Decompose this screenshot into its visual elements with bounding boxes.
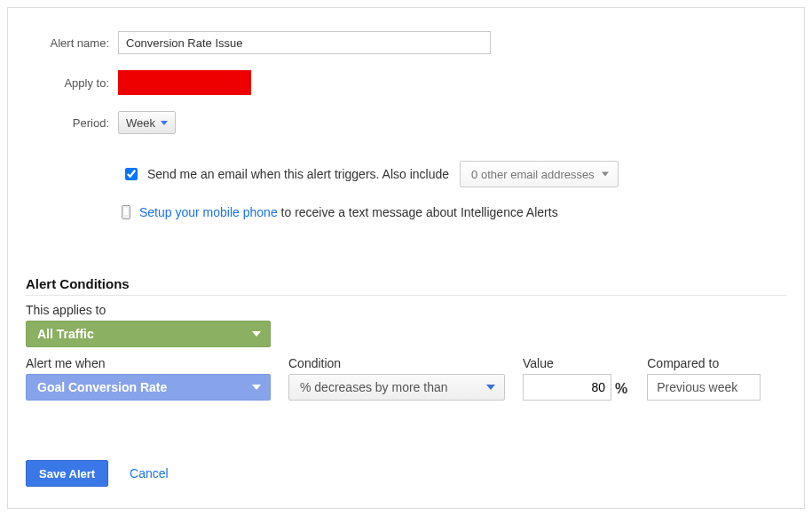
value-label: Value — [523, 356, 629, 370]
period-value: Week — [126, 116, 155, 130]
chevron-down-icon — [486, 385, 495, 390]
footer: Save Alert Cancel — [26, 460, 169, 487]
period-select[interactable]: Week — [118, 111, 176, 134]
row-email: Send me an email when this alert trigger… — [26, 161, 786, 187]
condition-value: % decreases by more than — [300, 380, 448, 394]
save-alert-button[interactable]: Save Alert — [26, 460, 108, 487]
condition-row: Alert me when Goal Conversion Rate Condi… — [26, 356, 786, 401]
mobile-rest: to receive a text message about Intellig… — [278, 205, 558, 219]
condition-dropdown[interactable]: % decreases by more than — [288, 374, 505, 401]
other-emails-value: 0 other email addresses — [471, 168, 595, 181]
alert-panel: Alert name: Apply to: Period: Week Send … — [7, 7, 805, 509]
row-mobile: Setup your mobile phone to receive a tex… — [26, 205, 786, 219]
apply-to-redacted[interactable] — [118, 70, 251, 95]
condition-label: Condition — [288, 356, 505, 370]
mobile-text: Setup your mobile phone to receive a tex… — [139, 205, 558, 219]
alert-me-when-dropdown[interactable]: Goal Conversion Rate — [26, 374, 271, 401]
alert-me-when-label: Alert me when — [26, 356, 271, 370]
cancel-link[interactable]: Cancel — [130, 466, 169, 480]
mobile-phone-icon — [122, 205, 130, 219]
email-checkbox[interactable] — [125, 168, 138, 180]
chevron-down-icon — [602, 172, 609, 177]
label-period: Period: — [26, 116, 118, 130]
alert-me-when-value: Goal Conversion Rate — [37, 380, 167, 394]
compared-to-value: Previous week — [657, 380, 737, 394]
setup-mobile-link[interactable]: Setup your mobile phone — [139, 205, 278, 219]
email-checkbox-label: Send me an email when this alert trigger… — [147, 167, 449, 181]
row-period: Period: Week — [26, 111, 786, 134]
label-alert-name: Alert name: — [26, 36, 118, 50]
alert-conditions-title: Alert Conditions — [26, 276, 786, 291]
other-emails-dropdown[interactable]: 0 other email addresses — [460, 161, 619, 187]
value-input[interactable] — [523, 374, 611, 401]
compared-label: Compared to — [647, 356, 761, 370]
chevron-down-icon — [252, 331, 261, 337]
label-apply-to: Apply to: — [26, 76, 118, 90]
chevron-down-icon — [161, 121, 168, 125]
alert-name-input[interactable] — [118, 31, 491, 54]
compared-to-box[interactable]: Previous week — [647, 374, 761, 401]
row-alert-name: Alert name: — [26, 31, 786, 54]
applies-to-dropdown[interactable]: All Traffic — [26, 321, 271, 347]
applies-to-value: All Traffic — [37, 327, 94, 341]
separator — [26, 295, 786, 296]
value-unit: % — [615, 381, 627, 397]
chevron-down-icon — [252, 385, 261, 390]
row-apply-to: Apply to: — [26, 70, 786, 95]
applies-to-label: This applies to — [26, 303, 786, 317]
